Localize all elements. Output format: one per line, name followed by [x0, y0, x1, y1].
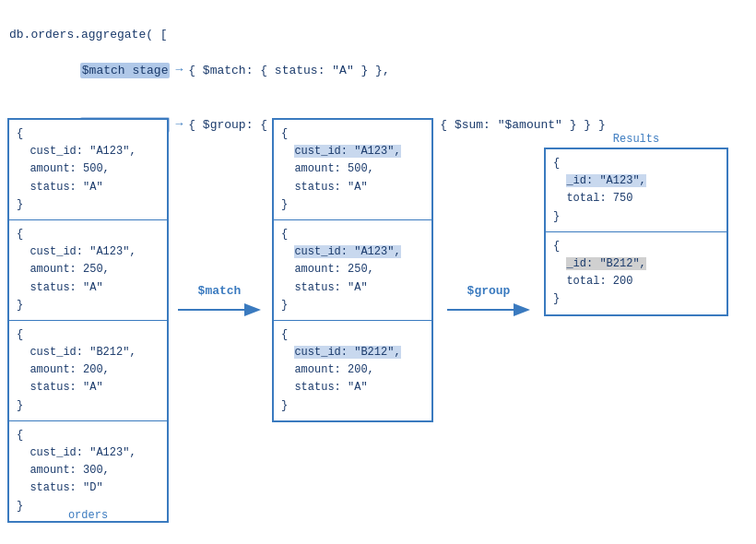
result-doc-1: { _id: "A123", total: 750 }	[546, 149, 726, 232]
collection-box: { cust_id: "A123", amount: 500, status: …	[7, 118, 169, 523]
svg-marker-5	[514, 303, 530, 316]
orders-label: orders	[7, 509, 169, 522]
match-stage-label: $match stage	[37, 44, 170, 99]
match-arrow-container: $match	[178, 284, 261, 320]
doc-entry-4: { cust_id: "A123", amount: 300, status: …	[9, 421, 167, 521]
results-box: { _id: "A123", total: 750 } { _id: "B212…	[544, 148, 728, 316]
group-arrow-label: $group	[467, 284, 511, 298]
doc-entry-3: { cust_id: "B212", amount: 200, status: …	[9, 321, 167, 421]
group-arrow-svg	[447, 300, 530, 320]
doc-entry-2: { cust_id: "A123", amount: 250, status: …	[9, 220, 167, 321]
match-doc-1: { cust_id: "A123", amount: 500, status: …	[274, 120, 431, 220]
match-doc-3: { cust_id: "B212", amount: 200, status: …	[274, 321, 431, 420]
match-arrow-svg	[178, 300, 261, 320]
match-box: { cust_id: "A123", amount: 500, status: …	[272, 118, 433, 422]
match-doc-2: { cust_id: "A123", amount: 250, status: …	[274, 220, 431, 321]
group-arrow-container: $group	[447, 284, 530, 320]
code-line1: db.orders.aggregate( [	[9, 26, 747, 44]
result-doc-2: { _id: "B212", total: 200 }	[546, 232, 726, 314]
results-label: Results	[544, 131, 728, 149]
svg-marker-3	[244, 303, 261, 316]
match-arrow-label: $match	[198, 284, 242, 298]
match-code: { $match: { status: "A" } },	[188, 62, 389, 80]
doc-entry-1: { cust_id: "A123", amount: 500, status: …	[9, 120, 167, 220]
